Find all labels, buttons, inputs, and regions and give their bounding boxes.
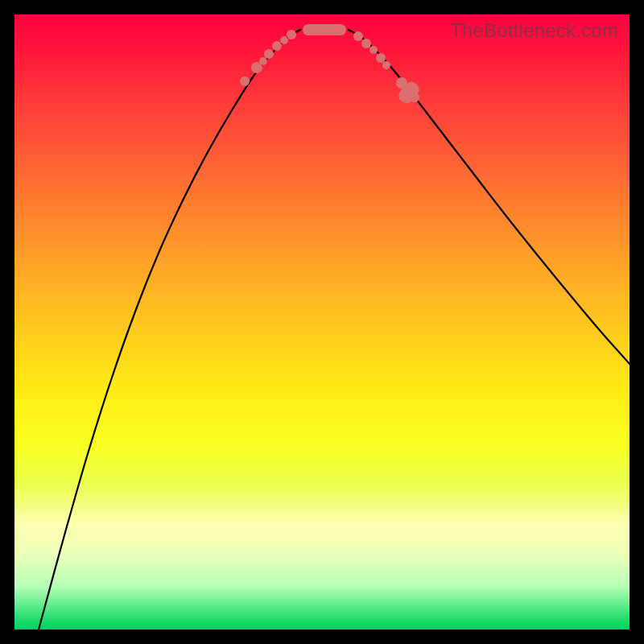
curve-marker (259, 57, 267, 65)
chart-stage: TheBottleneck.com (0, 0, 644, 644)
curve-marker (240, 76, 250, 86)
curve-marker (353, 31, 363, 41)
curve-marker (361, 39, 371, 48)
chart-plot-area: TheBottleneck.com (14, 14, 630, 630)
curve-marker (272, 41, 282, 51)
curve-left (39, 30, 300, 630)
curve-marker (264, 49, 274, 59)
marker-pill (303, 24, 346, 35)
curve-marker (280, 36, 288, 44)
curve-marker (369, 46, 378, 54)
curve-marker (376, 53, 386, 63)
curve-right (349, 30, 630, 364)
curve-marker (287, 30, 296, 39)
curve-marker (382, 61, 390, 69)
chart-overlay (14, 14, 630, 630)
